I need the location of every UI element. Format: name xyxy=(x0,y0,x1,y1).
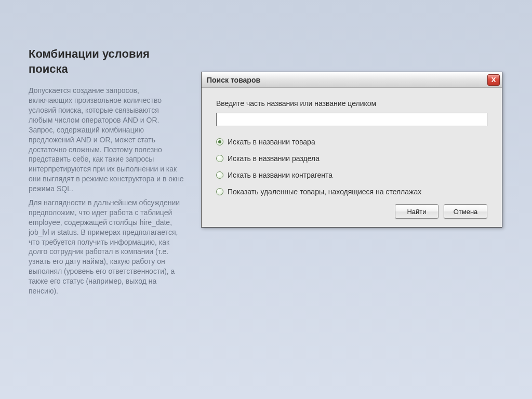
paragraph-1: Допускается создание запросов, включающи… xyxy=(29,86,184,194)
radio-icon xyxy=(216,188,223,195)
search-input[interactable] xyxy=(216,113,487,126)
radio-label: Искать в названии контрагента xyxy=(228,171,332,179)
text-column: Комбинации условия поиска Допускается со… xyxy=(29,47,184,300)
radio-row-search-section[interactable]: Искать в названии раздела xyxy=(216,154,487,163)
close-button[interactable]: X xyxy=(487,74,500,86)
radio-icon xyxy=(216,155,223,162)
find-button[interactable]: Найти xyxy=(395,204,438,219)
radio-group: Искать в названии товара Искать в назван… xyxy=(216,138,487,196)
dialog-title: Поиск товаров xyxy=(207,76,260,84)
slide: Комбинации условия поиска Допускается со… xyxy=(0,0,532,326)
input-prompt: Введите часть названия или название цели… xyxy=(216,99,487,108)
button-row: Найти Отмена xyxy=(216,204,487,219)
dialog-body: Введите часть названия или название цели… xyxy=(202,88,502,227)
cancel-button[interactable]: Отмена xyxy=(444,204,487,219)
radio-row-search-counterparty[interactable]: Искать в названии контрагента xyxy=(216,171,487,179)
close-icon: X xyxy=(491,76,496,84)
radio-label: Искать в названии товара xyxy=(228,138,315,146)
radio-icon xyxy=(216,138,223,145)
slide-heading: Комбинации условия поиска xyxy=(29,47,184,76)
radio-label: Показать удаленные товары, находящиеся н… xyxy=(228,188,421,196)
dialog-titlebar[interactable]: Поиск товаров X xyxy=(202,72,502,88)
search-dialog: Поиск товаров X Введите часть названия и… xyxy=(201,72,502,228)
radio-row-search-product[interactable]: Искать в названии товара xyxy=(216,138,487,146)
radio-label: Искать в названии раздела xyxy=(228,154,320,163)
radio-icon xyxy=(216,171,223,179)
radio-row-show-deleted[interactable]: Показать удаленные товары, находящиеся н… xyxy=(216,188,487,196)
paragraph-2: Для наглядности в дальнейшем обсуждении … xyxy=(29,198,184,296)
dialog-column: Поиск товаров X Введите часть названия и… xyxy=(201,47,506,300)
